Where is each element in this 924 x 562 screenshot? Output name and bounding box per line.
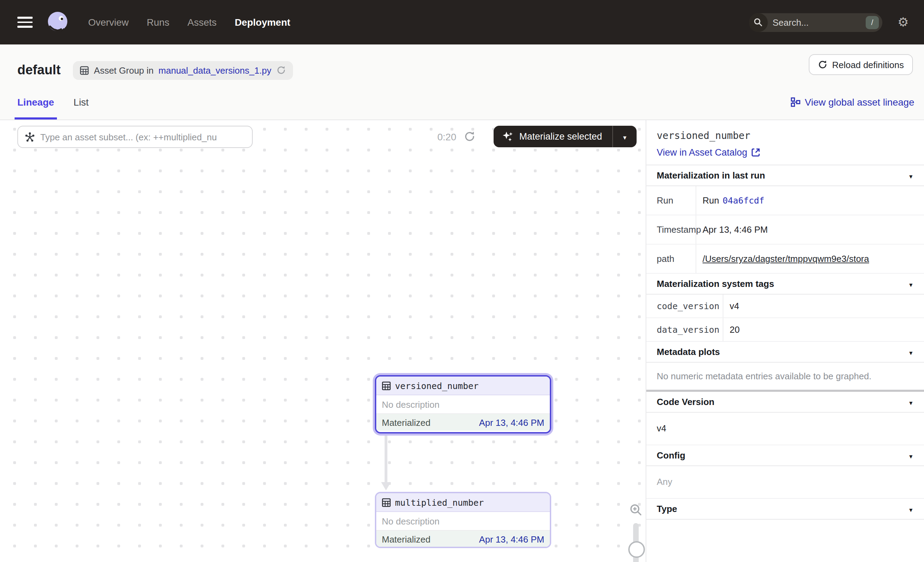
tab-list[interactable]: List (74, 85, 89, 119)
row-value: /Users/sryza/dagster/tmppvqwm9e3/stora (696, 245, 924, 273)
asset-node-date: Apr 13, 4:46 PM (479, 417, 544, 428)
section-heading: Materialization in last run (657, 170, 765, 180)
caret-down-icon (908, 397, 914, 407)
section-heading: Config (657, 450, 685, 461)
asset-group-file-link[interactable]: manual_data_versions_1.py (159, 65, 272, 75)
caret-down-icon (622, 131, 628, 142)
lineage-edge (385, 434, 387, 483)
asset-node-description: No description (376, 512, 550, 531)
table-row: code_version v4 (646, 295, 924, 318)
asset-node-header: versioned_number (376, 377, 550, 395)
caret-down-icon (908, 450, 914, 461)
caret-down-icon (908, 347, 914, 357)
asset-node-name: multiplied_number (395, 497, 484, 508)
tab-bar: Lineage List View global asset lineage (0, 85, 924, 120)
caret-down-icon (908, 170, 914, 180)
dagster-logo-icon[interactable] (45, 10, 70, 35)
materialize-selected-button[interactable]: Materialize selected (494, 126, 637, 147)
section-header-type[interactable]: Type (646, 499, 924, 520)
table-grid-icon (382, 498, 391, 507)
nav-item-overview[interactable]: Overview (88, 17, 129, 28)
reload-definitions-label: Reload definitions (832, 59, 904, 70)
section-heading: Metadata plots (657, 347, 720, 357)
lineage-graph-icon (791, 97, 801, 107)
view-global-asset-lineage-link[interactable]: View global asset lineage (791, 96, 915, 108)
asset-group-label: Asset Group in (94, 65, 154, 75)
nav-item-runs[interactable]: Runs (147, 17, 170, 28)
row-label: data_version (646, 318, 723, 341)
run-id-link[interactable]: 04a6fcdf (723, 195, 764, 206)
section-heading: Type (657, 503, 677, 514)
asset-detail-panel: versioned_number View in Asset Catalog M… (646, 120, 924, 562)
panel-top: versioned_number View in Asset Catalog (646, 120, 924, 165)
reload-icon (818, 60, 827, 69)
search-icon (749, 13, 768, 32)
row-value: v4 (723, 295, 924, 317)
caret-down-icon (908, 279, 914, 289)
refresh-timer: 0:20 (437, 131, 456, 143)
zoom-in-icon[interactable] (629, 501, 643, 519)
materialize-main[interactable]: Materialize selected (494, 131, 612, 143)
zoom-slider-handle[interactable] (628, 541, 645, 558)
metadata-plots-empty-text: No numeric metadata entries available to… (646, 363, 924, 392)
table-row: Run Run04a6fcdf (646, 186, 924, 215)
path-link[interactable]: /Users/sryza/dagster/tmppvqwm9e3/stora (702, 254, 869, 264)
section-header-metadata-plots[interactable]: Metadata plots (646, 342, 924, 363)
caret-down-icon (908, 503, 914, 514)
section-header-code-version[interactable]: Code Version (646, 392, 924, 413)
view-in-asset-catalog-link[interactable]: View in Asset Catalog (657, 147, 914, 158)
asset-node-multiplied-number[interactable]: multiplied_number No description Materia… (375, 492, 551, 548)
external-link-icon (752, 148, 760, 157)
asset-graph-icon (24, 131, 35, 143)
gear-icon[interactable]: ⚙ (898, 16, 909, 29)
row-label: code_version (646, 295, 723, 317)
table-row: Timestamp Apr 13, 4:46 PM (646, 215, 924, 245)
asset-subset-input[interactable]: Type an asset subset... (ex: ++multiplie… (17, 126, 253, 148)
hamburger-menu-icon[interactable] (17, 17, 33, 28)
reload-definitions-button[interactable]: Reload definitions (808, 54, 913, 75)
zoom-controls (625, 501, 646, 562)
search-input[interactable]: Search... / (749, 13, 882, 32)
row-value: Apr 13, 4:46 PM (696, 215, 924, 244)
lineage-canvas[interactable]: Type an asset subset... (ex: ++multiplie… (0, 120, 646, 562)
run-word: Run (702, 195, 719, 206)
tab-lineage[interactable]: Lineage (17, 85, 54, 119)
materialize-dropdown-button[interactable] (612, 126, 637, 147)
refresh-lineage-icon[interactable] (464, 131, 476, 143)
top-nav: Overview Runs Assets Deployment Search..… (0, 0, 924, 45)
section-header-config[interactable]: Config (646, 445, 924, 466)
asset-group-pill: Asset Group in manual_data_versions_1.py (73, 61, 293, 80)
search-placeholder: Search... (772, 17, 809, 27)
asset-node-name: versioned_number (395, 380, 478, 391)
asset-node-versioned-number[interactable]: versioned_number No description Material… (375, 375, 551, 433)
nav-right: Search... / ⚙ (749, 13, 909, 32)
row-value: 20 (723, 318, 924, 341)
table-row: data_version 20 (646, 318, 924, 342)
nav-links: Overview Runs Assets Deployment (88, 17, 290, 28)
asset-node-footer: Materialized Apr 13, 4:46 PM (376, 531, 550, 547)
row-label: Timestamp (646, 215, 696, 244)
table-grid-icon (382, 381, 391, 390)
section-header-materialization-last-run[interactable]: Materialization in last run (646, 165, 924, 186)
materialize-label: Materialize selected (519, 131, 602, 142)
view-in-asset-catalog-label: View in Asset Catalog (657, 147, 747, 158)
asset-node-footer: Materialized Apr 13, 4:46 PM (376, 414, 550, 431)
section-header-system-tags[interactable]: Materialization system tags (646, 274, 924, 295)
nav-item-deployment[interactable]: Deployment (235, 17, 290, 28)
section-heading: Materialization system tags (657, 279, 774, 289)
lineage-edge-arrowhead (381, 482, 391, 490)
asset-node-status: Materialized (382, 534, 430, 544)
table-grid-icon (80, 66, 89, 75)
sparkle-icon (502, 131, 514, 143)
refresh-icon[interactable] (276, 65, 286, 75)
row-label: path (646, 245, 696, 273)
nav-item-assets[interactable]: Assets (188, 17, 217, 28)
zoom-slider[interactable] (633, 523, 639, 562)
row-label: Run (646, 186, 696, 215)
code-version-value: v4 (646, 413, 924, 445)
asset-node-status: Materialized (382, 417, 430, 428)
asset-node-description: No description (376, 395, 550, 414)
table-row: path /Users/sryza/dagster/tmppvqwm9e3/st… (646, 245, 924, 274)
view-global-asset-lineage-label: View global asset lineage (805, 96, 915, 108)
asset-subset-placeholder: Type an asset subset... (ex: ++multiplie… (40, 132, 246, 142)
